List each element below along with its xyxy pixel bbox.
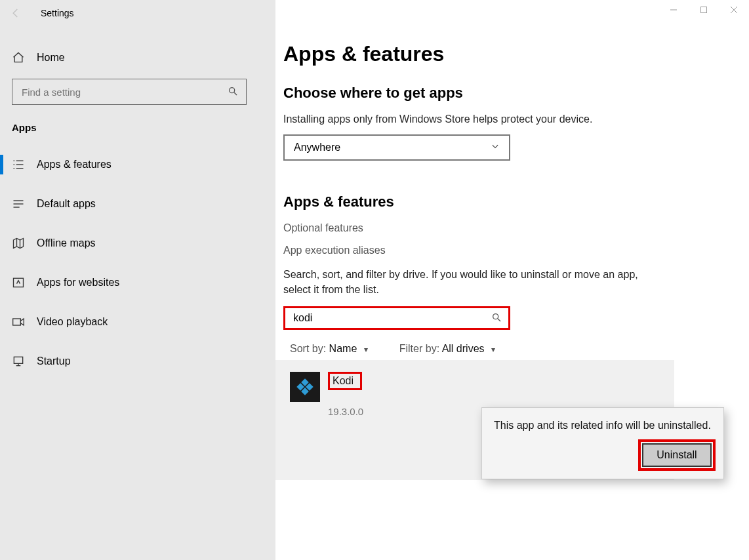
maximize-button[interactable] — [689, 0, 719, 20]
app-execution-aliases-link[interactable]: App execution aliases — [283, 245, 742, 256]
svg-rect-18 — [13, 319, 21, 325]
popup-uninstall-button[interactable]: Uninstall — [642, 443, 712, 467]
app-list-search[interactable] — [283, 306, 510, 330]
apps-for-websites-icon — [12, 276, 25, 289]
sort-by-label: Sort by: — [290, 343, 326, 354]
sidebar-section-label: Apps — [0, 118, 275, 145]
home-label: Home — [37, 52, 65, 64]
sidebar-search[interactable] — [12, 79, 247, 105]
sidebar-item-offline-maps[interactable]: Offline maps — [0, 224, 275, 263]
sidebar-item-startup[interactable]: Startup — [0, 342, 275, 381]
popup-message: This app and its related info will be un… — [494, 418, 712, 433]
search-icon — [228, 86, 238, 98]
svg-rect-1 — [701, 7, 707, 13]
default-apps-icon — [12, 197, 25, 210]
close-button[interactable] — [719, 0, 749, 20]
sidebar-home[interactable]: Home — [0, 43, 275, 72]
filter-by-label: Filter by: — [399, 343, 439, 354]
choose-apps-heading: Choose where to get apps — [283, 85, 742, 102]
minimize-button[interactable] — [658, 0, 689, 20]
page-title: Apps & features — [283, 42, 742, 66]
app-name: Kodi — [328, 372, 362, 390]
back-button[interactable] — [9, 7, 22, 20]
sidebar-search-input[interactable] — [20, 86, 228, 98]
svg-line-23 — [498, 319, 500, 321]
sidebar-item-label: Apps & features — [37, 159, 111, 170]
sidebar-item-label: Default apps — [37, 198, 96, 210]
app-version: 19.3.0.0 — [328, 406, 363, 417]
apps-features-icon — [12, 158, 25, 171]
sidebar-item-apps-for-websites[interactable]: Apps for websites — [0, 263, 275, 302]
startup-icon — [12, 355, 25, 368]
chevron-down-icon — [491, 142, 500, 153]
choose-apps-hint: Installing apps only from Windows Store … — [283, 113, 742, 125]
offline-maps-icon — [12, 237, 25, 250]
svg-point-22 — [493, 314, 498, 319]
sidebar-item-label: Video playback — [37, 316, 108, 328]
filter-by-value: All drives — [442, 343, 485, 354]
filter-by-control[interactable]: Filter by: All drives ▾ — [399, 343, 495, 355]
sort-by-control[interactable]: Sort by: Name ▾ — [290, 343, 368, 355]
svg-point-4 — [230, 87, 235, 92]
sidebar: Settings Home Apps Apps & features — [0, 0, 275, 560]
app-source-value: Anywhere — [294, 142, 340, 153]
sidebar-item-label: Startup — [37, 355, 71, 367]
filter-description: Search, sort, and filter by drive. If yo… — [283, 267, 651, 297]
sidebar-item-apps-features[interactable]: Apps & features — [0, 145, 275, 184]
window-title: Settings — [41, 8, 74, 18]
uninstall-confirm-popup: This app and its related info will be un… — [481, 407, 724, 479]
sidebar-item-label: Apps for websites — [37, 277, 119, 289]
kodi-icon — [290, 372, 320, 402]
svg-line-5 — [234, 92, 237, 95]
optional-features-link[interactable]: Optional features — [283, 222, 742, 234]
apps-features-subheading: Apps & features — [283, 193, 742, 210]
svg-rect-19 — [14, 357, 22, 363]
chevron-down-icon: ▾ — [364, 345, 368, 354]
chevron-down-icon: ▾ — [491, 345, 495, 354]
sort-by-value: Name — [329, 343, 357, 354]
search-icon — [491, 312, 502, 325]
sidebar-item-video-playback[interactable]: Video playback — [0, 302, 275, 342]
video-playback-icon — [12, 315, 25, 329]
app-list-search-input[interactable] — [292, 311, 491, 325]
app-source-select[interactable]: Anywhere — [283, 134, 510, 161]
home-icon — [12, 51, 25, 64]
sidebar-item-label: Offline maps — [37, 237, 96, 249]
sidebar-item-default-apps[interactable]: Default apps — [0, 184, 275, 224]
